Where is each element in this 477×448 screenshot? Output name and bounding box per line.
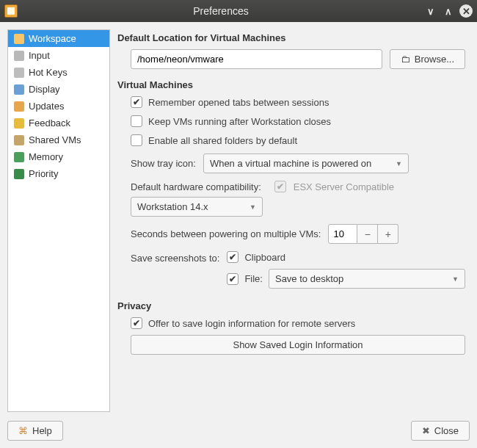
sidebar-item-memory[interactable]: Memory [8,148,109,165]
memory-icon [14,152,24,162]
footer: ⌘ Help ✖ Close [0,415,477,448]
workspace-icon [14,34,24,44]
folder-icon: 🗀 [401,54,410,65]
close-button[interactable]: ✖ Close [411,421,470,441]
window-controls: ∨ ∧ ✕ [424,4,473,18]
show-saved-label: Show Saved Login Information [233,339,363,350]
remember-tabs-label: Remember opened tabs between sessions [148,97,329,108]
plus-button[interactable]: + [378,224,398,244]
seconds-label: Seconds between powering on multiple VMs… [131,228,321,239]
updates-icon [14,101,24,112]
window-title: Preferences [18,5,424,17]
priority-icon [14,169,24,179]
close-label: Close [434,425,459,436]
sidebar-item-label: Memory [29,151,63,162]
sidebar-item-label: Updates [29,101,64,112]
help-icon: ⌘ [18,425,28,436]
sidebar-item-hot-keys[interactable]: Hot Keys [8,64,109,81]
section-default-location: Default Location for Virtual Machines [117,32,465,43]
sidebar-item-label: Workspace [29,33,76,44]
chevron-down-icon: ▼ [396,160,402,167]
seconds-spinner[interactable]: − + [328,224,398,244]
sidebar-item-input[interactable]: Input [8,47,109,64]
show-saved-login-button[interactable]: Show Saved Login Information [131,335,465,355]
clipboard-checkbox[interactable] [227,251,238,263]
sidebar-item-feedback[interactable]: Feedback [8,115,109,131]
main-panel: Default Location for Virtual Machines 🗀 … [116,29,470,412]
sidebar-item-display[interactable]: Display [8,81,109,98]
sidebar-item-label: Input [29,50,50,61]
file-label: File: [244,273,263,284]
help-label: Help [32,425,52,436]
default-location-input[interactable] [131,49,382,69]
section-virtual-machines: Virtual Machines [117,79,465,90]
chevron-down-icon: ▼ [250,203,256,211]
enable-shared-checkbox[interactable] [131,134,142,146]
close-icon[interactable]: ✕ [459,4,473,18]
minimize-icon[interactable]: ∨ [424,4,437,18]
enable-shared-label: Enable all shared folders by default [148,135,297,146]
app-icon [4,4,18,18]
tray-icon-value: When a virtual machine is powered on [210,158,371,169]
minus-button[interactable]: − [357,224,378,244]
file-location-value: Save to desktop [275,273,343,284]
keep-running-label: Keep VMs running after Workstation close… [148,116,331,127]
feedback-icon [14,118,24,129]
help-button[interactable]: ⌘ Help [7,421,63,441]
sidebar-item-workspace[interactable]: Workspace [8,30,109,47]
section-privacy: Privacy [117,300,465,311]
offer-save-label: Offer to save login information for remo… [148,318,355,329]
sidebar-item-priority[interactable]: Priority [8,165,109,182]
esx-checkbox [274,181,286,192]
shared-vms-icon [14,135,24,145]
clipboard-label: Clipboard [244,252,285,263]
browse-button[interactable]: 🗀 Browse... [390,49,465,69]
sidebar-item-label: Shared VMs [29,134,81,145]
sidebar-item-label: Hot Keys [29,67,68,78]
offer-save-checkbox[interactable] [131,317,142,329]
sidebar-item-label: Priority [29,168,58,179]
titlebar: Preferences ∨ ∧ ✕ [0,0,477,22]
file-location-select[interactable]: Save to desktop ▼ [269,269,465,289]
sidebar: WorkspaceInputHot KeysDisplayUpdatesFeed… [7,29,110,412]
compat-select[interactable]: Workstation 14.x ▼ [131,197,263,217]
esx-label: ESX Server Compatible [294,181,394,192]
sidebar-item-label: Feedback [29,118,70,129]
display-icon [14,84,24,95]
input-icon [14,51,24,61]
seconds-input[interactable] [328,224,357,244]
save-screenshots-label: Save screenshots to: [131,251,219,264]
file-checkbox[interactable] [227,273,238,285]
sidebar-item-shared-vms[interactable]: Shared VMs [8,131,109,148]
chevron-down-icon: ▼ [452,275,459,283]
hot-keys-icon [14,68,24,78]
tray-icon-select[interactable]: When a virtual machine is powered on ▼ [203,153,409,173]
close-x-icon: ✖ [422,425,430,436]
compat-value: Workstation 14.x [137,201,208,212]
tray-icon-label: Show tray icon: [131,158,196,169]
remember-tabs-checkbox[interactable] [131,96,142,108]
browse-label: Browse... [415,54,454,65]
maximize-icon[interactable]: ∧ [442,4,455,18]
compat-label: Default hardware compatibility: [131,181,261,192]
keep-running-checkbox[interactable] [131,115,142,127]
sidebar-item-label: Display [29,84,60,95]
sidebar-item-updates[interactable]: Updates [8,98,109,115]
